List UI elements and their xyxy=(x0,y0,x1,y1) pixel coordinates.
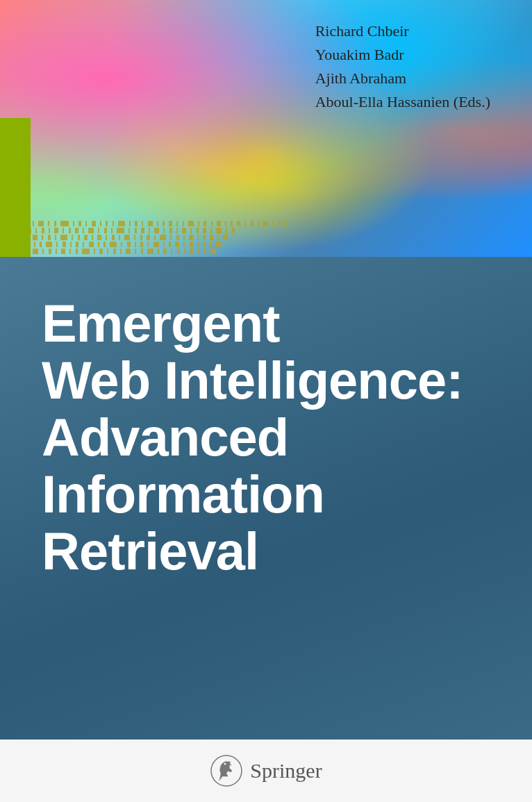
title-line-3: Advanced xyxy=(42,409,288,466)
author-1: Richard Chbeir xyxy=(315,19,490,43)
green-accent-bar xyxy=(0,118,31,257)
publisher-section: Springer xyxy=(0,740,532,802)
book-cover: Richard Chbeir Youakim Badr Ajith Abraha… xyxy=(0,0,532,802)
barcode-decoration xyxy=(0,174,532,257)
svg-point-1 xyxy=(224,763,226,765)
cover-top-section: Richard Chbeir Youakim Badr Ajith Abraha… xyxy=(0,0,532,257)
cover-main-section: Emergent Web Intelligence: Advanced Info… xyxy=(0,257,532,740)
title-line-1: Emergent xyxy=(42,295,280,352)
title-line-2: Web Intelligence: xyxy=(42,352,463,409)
publisher-name: Springer xyxy=(250,759,322,783)
author-2: Youakim Badr xyxy=(315,43,490,67)
author-3: Ajith Abraham xyxy=(315,67,490,90)
title-line-4: Information Retrieval xyxy=(42,466,490,580)
author-4: Aboul-Ella Hassanien (Eds.) xyxy=(315,90,490,114)
authors-block: Richard Chbeir Youakim Badr Ajith Abraha… xyxy=(315,19,490,114)
springer-logo: Springer xyxy=(210,754,322,787)
horse-chess-icon xyxy=(210,754,243,787)
